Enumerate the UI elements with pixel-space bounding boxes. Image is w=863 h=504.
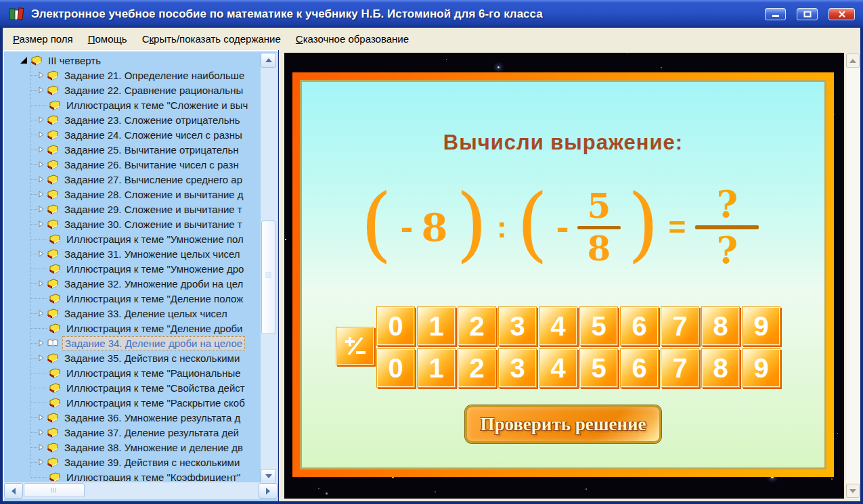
menu-item-1[interactable]: Размер поля: [5, 30, 81, 48]
expander-icon[interactable]: [37, 310, 45, 317]
maximize-button[interactable]: [797, 8, 818, 20]
tree-connector: [30, 328, 47, 329]
app-books-icon: [8, 6, 25, 22]
digit-key-3[interactable]: 3: [498, 306, 537, 346]
tree-item[interactable]: Задание 30. Сложение и вычитание т: [5, 216, 260, 231]
tree-item[interactable]: Иллюстрация к теме "Коэффициент": [5, 469, 260, 481]
expander-icon[interactable]: [37, 72, 45, 79]
digit-key-7[interactable]: 7: [661, 348, 699, 388]
tree-item[interactable]: Иллюстрация к теме "Свойства дейст: [5, 380, 260, 395]
tree-item[interactable]: Задание 32. Умножение дроби на цел: [5, 276, 260, 291]
tree-scroll-up-button[interactable]: [261, 53, 276, 68]
tree-item[interactable]: Задание 25. Вычитание отрицательн: [5, 142, 260, 157]
plus-minus-key[interactable]: [336, 327, 374, 365]
digit-key-9[interactable]: 9: [742, 306, 780, 346]
tree-horizontal-scroll-thumb[interactable]: [24, 483, 85, 497]
digit-key-2[interactable]: 2: [458, 348, 496, 388]
digit-key-3[interactable]: 3: [498, 348, 537, 388]
digit-key-7[interactable]: 7: [661, 306, 699, 346]
tree-item[interactable]: Задание 34. Деление дроби на целое: [5, 336, 260, 350]
check-solution-button[interactable]: Проверить решение: [465, 405, 661, 443]
expander-icon[interactable]: [37, 131, 45, 139]
tree-horizontal-scrollbar[interactable]: [4, 482, 278, 499]
digit-key-1[interactable]: 1: [417, 306, 456, 346]
menu-item-3[interactable]: Скрыть/показать содержание: [135, 30, 288, 48]
digit-key-4[interactable]: 4: [539, 306, 577, 346]
tree-item[interactable]: Задание 31. Умножение целых чисел: [5, 246, 260, 261]
tree-item[interactable]: Иллюстрация к теме "Деление полож: [5, 291, 260, 306]
tree-item[interactable]: Задание 22. Сравнение рациональны: [5, 83, 260, 97]
tree-item[interactable]: Задание 23. Сложение отрицательнь: [5, 112, 260, 127]
expanded-triangle-icon[interactable]: [20, 57, 27, 64]
expander-icon[interactable]: [37, 444, 45, 451]
tree-connector: [30, 447, 37, 448]
result-denominator: ?: [717, 232, 738, 269]
expander-icon[interactable]: [37, 280, 45, 288]
tree-item[interactable]: Задание 29. Сложение и вычитание т: [5, 202, 260, 216]
tree-connector: [30, 283, 37, 284]
tree-scroll-right-button[interactable]: [259, 483, 278, 499]
expander-icon[interactable]: [37, 354, 45, 362]
tree-item[interactable]: Иллюстрация к теме "Раскрытие скоб: [5, 395, 260, 410]
tree-item[interactable]: Иллюстрация к теме "Умножение дро: [5, 261, 260, 276]
stage-scroll-up-button[interactable]: [846, 53, 860, 68]
tree-item[interactable]: Задание 24. Сложение чисел с разны: [5, 127, 260, 142]
expander-icon[interactable]: [37, 206, 45, 213]
tree-item[interactable]: Иллюстрация к теме "Умножение пол: [5, 231, 260, 246]
tree-item[interactable]: Иллюстрация к теме "Сложение и выч: [5, 97, 260, 112]
digit-key-0[interactable]: 0: [376, 348, 415, 388]
digit-key-6[interactable]: 6: [620, 348, 659, 388]
tree-connector: [30, 298, 47, 299]
expander-icon[interactable]: [37, 459, 45, 466]
tree-item[interactable]: Задание 27. Вычисление среднего ар: [5, 172, 260, 187]
digit-key-1[interactable]: 1: [417, 348, 456, 388]
expander-icon[interactable]: [37, 191, 45, 198]
expander-icon[interactable]: [37, 87, 45, 94]
digit-key-8[interactable]: 8: [701, 306, 740, 346]
tree-vertical-scroll-thumb[interactable]: [261, 221, 275, 334]
expander-icon[interactable]: [37, 116, 45, 124]
digit-key-4[interactable]: 4: [539, 348, 577, 388]
stage-vertical-scrollbar[interactable]: [845, 53, 860, 499]
tree-item[interactable]: Задание 37. Деление результата дей: [5, 425, 260, 440]
tree-item[interactable]: Задание 38. Умножение и деление дв: [5, 440, 260, 455]
tree-vertical-scrollbar[interactable]: [261, 53, 278, 484]
digit-key-0[interactable]: 0: [376, 306, 415, 346]
tree-item-label: Задание 37. Деление результата дей: [62, 426, 241, 439]
minimize-button[interactable]: [765, 8, 786, 20]
tree-item[interactable]: Задание 28. Сложение и вычитание д: [5, 187, 260, 202]
expander-icon[interactable]: [37, 414, 45, 421]
tree-item[interactable]: Иллюстрация к теме "Деление дроби: [5, 321, 260, 336]
expander-icon[interactable]: [37, 176, 45, 183]
menu-item-4[interactable]: Сказочное образование: [288, 30, 416, 48]
tree-item[interactable]: Иллюстрация к теме "Рациональные: [5, 365, 260, 380]
tree-root-item[interactable]: III четверть: [5, 53, 260, 68]
expander-icon[interactable]: [37, 161, 45, 168]
tree-item[interactable]: Задание 33. Деление целых чисел: [5, 306, 260, 321]
tree-item[interactable]: Задание 39. Действия с несколькими: [5, 455, 260, 469]
menu-item-2[interactable]: Помощь: [81, 30, 135, 48]
digit-key-5[interactable]: 5: [579, 306, 618, 346]
tree-item[interactable]: Задание 35. Действия с несколькими: [5, 350, 260, 365]
digit-key-5[interactable]: 5: [579, 348, 618, 388]
expander-icon[interactable]: [37, 429, 45, 436]
expander-icon[interactable]: [37, 146, 45, 154]
close-button[interactable]: [828, 8, 855, 20]
tree-scroll-left-button[interactable]: [4, 483, 23, 499]
digit-key-9[interactable]: 9: [742, 348, 780, 388]
tree-item[interactable]: Задание 36. Умножение результата д: [5, 410, 260, 425]
tree-item[interactable]: Задание 21. Определение наибольше: [5, 68, 260, 83]
expander-icon[interactable]: [37, 340, 45, 347]
expander-icon[interactable]: [37, 221, 45, 228]
tree-connector: [30, 254, 37, 254]
book-icon: [49, 472, 61, 482]
book-icon: [47, 130, 59, 140]
digit-key-6[interactable]: 6: [620, 306, 659, 346]
tree-scroll-down-button[interactable]: [261, 469, 276, 484]
digit-key-8[interactable]: 8: [701, 348, 740, 388]
tree-item[interactable]: Задание 26. Вычитание чисел с разн: [5, 157, 260, 172]
expander-icon[interactable]: [37, 250, 45, 258]
book-icon: [47, 204, 59, 214]
digit-key-2[interactable]: 2: [458, 306, 496, 346]
stage-scroll-down-button[interactable]: [846, 484, 860, 498]
